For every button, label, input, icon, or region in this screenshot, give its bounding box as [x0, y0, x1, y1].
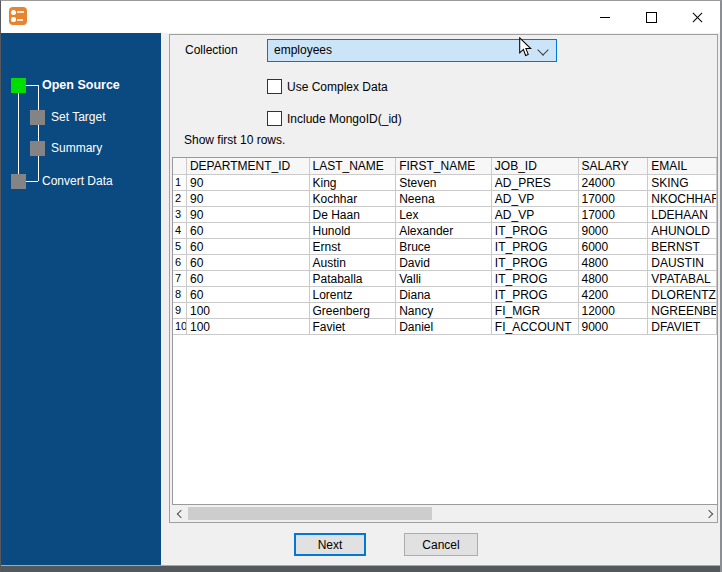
table-cell: Neena [396, 191, 492, 207]
column-header-department_id[interactable]: DEPARTMENT_ID [187, 158, 310, 175]
table-cell: FI_MGR [492, 303, 579, 319]
collection-dropdown[interactable]: employees [267, 39, 557, 62]
checkbox-label: Include MongoID(_id) [287, 112, 402, 126]
table-row[interactable]: 460HunoldAlexanderIT_PROG9000AHUNOLD [173, 223, 717, 239]
table-cell: AD_PRES [492, 175, 579, 191]
maximize-button[interactable] [628, 1, 674, 33]
table-row[interactable]: 660AustinDavidIT_PROG4800DAUSTIN [173, 255, 717, 271]
maximize-icon [646, 12, 657, 23]
column-header-job_id[interactable]: JOB_ID [492, 158, 579, 175]
table-cell: IT_PROG [492, 271, 579, 287]
table-cell: DAUSTIN [648, 255, 717, 271]
table-cell: 60 [187, 255, 310, 271]
table-row[interactable]: 190KingStevenAD_PRES24000SKING [173, 175, 717, 191]
table-row[interactable]: 290KochharNeenaAD_VP17000NKOCHHAR [173, 191, 717, 207]
minimize-button[interactable] [582, 1, 628, 33]
scroll-left-button[interactable] [172, 506, 187, 521]
table-cell: 60 [187, 239, 310, 255]
cancel-button[interactable]: Cancel [404, 533, 478, 556]
table-cell: 90 [187, 207, 310, 223]
table-cell: Ernst [310, 239, 397, 255]
close-button[interactable] [674, 1, 720, 33]
app-icon [9, 7, 27, 25]
column-header-email[interactable]: EMAIL [648, 158, 717, 175]
app-icon-detail [11, 17, 16, 22]
titlebar [1, 1, 720, 33]
wizard-step-box-summary [30, 141, 45, 156]
table-cell: Steven [396, 175, 492, 191]
sidebar-item-open-source[interactable]: Open Source [42, 78, 120, 93]
table-cell: 60 [187, 271, 310, 287]
wizard-sidebar: Open SourceSet TargetSummaryConvert Data [1, 33, 161, 567]
table-cell: 4800 [579, 255, 649, 271]
sidebar-item-convert-data[interactable]: Convert Data [42, 174, 113, 189]
minimize-icon [600, 17, 610, 18]
table-cell: Bruce [396, 239, 492, 255]
sidebar-item-set-target[interactable]: Set Target [51, 110, 105, 125]
table-cell: 60 [187, 287, 310, 303]
preview-note: Show first 10 rows. [184, 133, 285, 147]
table-cell: LDEHAAN [648, 207, 717, 223]
column-header-first_name[interactable]: FIRST_NAME [396, 158, 492, 175]
table-cell: DFAVIET [648, 319, 717, 335]
table-cell: 9000 [579, 319, 649, 335]
table-cell: 4800 [579, 271, 649, 287]
horizontal-scrollbar[interactable] [172, 506, 717, 521]
row-number: 5 [173, 239, 187, 255]
table-cell: 60 [187, 223, 310, 239]
table-cell: Kochhar [310, 191, 397, 207]
column-header-last_name[interactable]: LAST_NAME [310, 158, 397, 175]
table-row[interactable]: 760PataballaValliIT_PROG4800VPATABAL [173, 271, 717, 287]
table-cell: IT_PROG [492, 223, 579, 239]
table-cell: AD_VP [492, 207, 579, 223]
table-row[interactable]: 390De HaanLexAD_VP17000LDEHAAN [173, 207, 717, 223]
row-number: 8 [173, 287, 187, 303]
sidebar-item-summary[interactable]: Summary [51, 141, 102, 156]
table-cell: 4200 [579, 287, 649, 303]
table-header-row: DEPARTMENT_IDLAST_NAMEFIRST_NAMEJOB_IDSA… [173, 158, 717, 175]
app-icon-detail [11, 10, 16, 15]
table-cell: King [310, 175, 397, 191]
source-panel: Collection employees Use Complex Data In… [169, 34, 718, 523]
table-cell: Daniel [396, 319, 492, 335]
wizard-connector-line [18, 93, 19, 174]
window-bottom-edge [1, 565, 720, 572]
table-cell: Nancy [396, 303, 492, 319]
table-cell: Faviet [310, 319, 397, 335]
table-cell: Lorentz [310, 287, 397, 303]
wizard-step-box-open-source [11, 78, 26, 93]
table-cell: 100 [187, 303, 310, 319]
table-row[interactable]: 560ErnstBruceIT_PROG6000BERNST [173, 239, 717, 255]
table-cell: Greenberg [310, 303, 397, 319]
table-cell: De Haan [310, 207, 397, 223]
table-cell: NGREENBE [648, 303, 717, 319]
column-header-salary[interactable]: SALARY [579, 158, 649, 175]
collection-label: Collection [185, 39, 238, 62]
table-cell: DLORENTZ [648, 287, 717, 303]
include-mongoid-checkbox[interactable]: Include MongoID(_id) [267, 111, 402, 126]
app-window: Open SourceSet TargetSummaryConvert Data… [0, 0, 722, 572]
next-button[interactable]: Next [294, 533, 366, 556]
row-number-header[interactable] [173, 158, 187, 175]
use-complex-data-checkbox[interactable]: Use Complex Data [267, 79, 388, 94]
table-cell: Pataballa [310, 271, 397, 287]
table-cell: Hunold [310, 223, 397, 239]
table-cell: AD_VP [492, 191, 579, 207]
wizard-connector-line [26, 181, 38, 182]
table-cell: FI_ACCOUNT [492, 319, 579, 335]
table-cell: 17000 [579, 191, 649, 207]
table-row[interactable]: 9100GreenbergNancyFI_MGR12000NGREENBE [173, 303, 717, 319]
table-cell: IT_PROG [492, 287, 579, 303]
collection-dropdown-value: employees [274, 43, 332, 57]
checkbox-label: Use Complex Data [287, 80, 388, 94]
table-cell: Lex [396, 207, 492, 223]
close-icon [692, 12, 703, 23]
chevron-left-icon [176, 509, 184, 517]
scrollbar-thumb[interactable] [188, 507, 432, 520]
table-row[interactable]: 10100FavietDanielFI_ACCOUNT9000DFAVIET [173, 319, 717, 335]
scroll-right-button[interactable] [702, 506, 717, 521]
chevron-down-icon [537, 44, 548, 55]
table-cell: 12000 [579, 303, 649, 319]
table-cell: AHUNOLD [648, 223, 717, 239]
table-row[interactable]: 860LorentzDianaIT_PROG4200DLORENTZ [173, 287, 717, 303]
